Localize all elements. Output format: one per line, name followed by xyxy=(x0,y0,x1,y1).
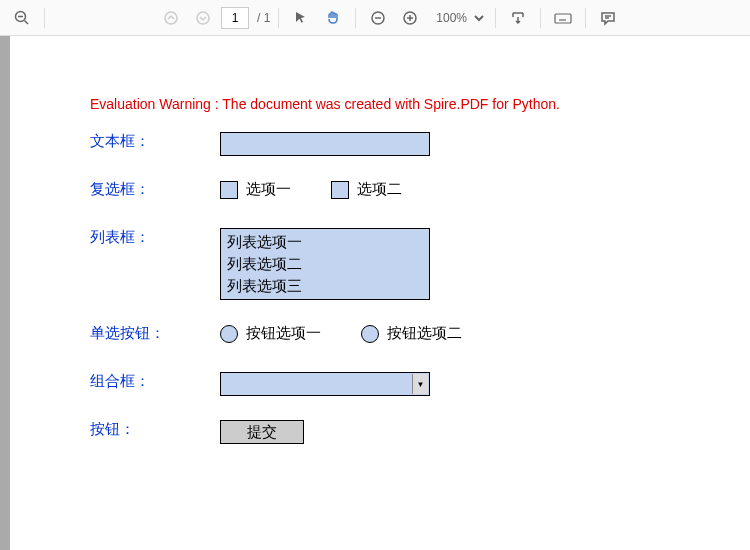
pdf-toolbar: / 1 100% xyxy=(0,0,750,36)
separator xyxy=(355,8,356,28)
separator xyxy=(44,8,45,28)
page-edge xyxy=(0,36,10,550)
checkbox-2-label: 选项二 xyxy=(357,180,402,199)
combobox-field[interactable]: ▼ xyxy=(220,372,430,396)
pointer-tool-icon[interactable] xyxy=(287,4,315,32)
separator xyxy=(585,8,586,28)
combobox-label: 组合框： xyxy=(90,372,220,391)
page-number-input[interactable] xyxy=(221,7,249,29)
scroll-down-icon xyxy=(189,4,217,32)
radio-label: 单选按钮： xyxy=(90,324,220,343)
chevron-down-icon[interactable]: ▼ xyxy=(412,374,428,394)
radio-1[interactable] xyxy=(220,325,238,343)
list-item[interactable]: 列表选项一 xyxy=(227,231,423,253)
separator xyxy=(495,8,496,28)
comment-icon[interactable] xyxy=(594,4,622,32)
zoom-minus-icon[interactable] xyxy=(364,4,392,32)
svg-line-1 xyxy=(25,20,29,24)
separator xyxy=(540,8,541,28)
svg-point-4 xyxy=(197,12,209,24)
zoom-plus-icon[interactable] xyxy=(396,4,424,32)
textbox-field[interactable] xyxy=(220,132,430,156)
listbox-field[interactable]: 列表选项一 列表选项二 列表选项三 xyxy=(220,228,430,300)
radio-1-label: 按钮选项一 xyxy=(246,324,321,343)
checkbox-1[interactable] xyxy=(220,181,238,199)
radio-2[interactable] xyxy=(361,325,379,343)
fit-width-icon[interactable] xyxy=(504,4,532,32)
listbox-label: 列表框： xyxy=(90,228,220,247)
hand-tool-icon[interactable] xyxy=(319,4,347,32)
svg-rect-10 xyxy=(555,14,571,23)
list-item[interactable]: 列表选项三 xyxy=(227,275,423,297)
separator xyxy=(278,8,279,28)
page-total: / 1 xyxy=(257,11,270,25)
zoom-out-icon[interactable] xyxy=(8,4,36,32)
zoom-select[interactable]: 100% xyxy=(428,8,487,28)
textbox-label: 文本框： xyxy=(90,132,220,151)
pdf-viewer: Evaluation Warning : The document was cr… xyxy=(0,36,750,550)
pdf-page: Evaluation Warning : The document was cr… xyxy=(10,36,750,550)
checkbox-2[interactable] xyxy=(331,181,349,199)
radio-2-label: 按钮选项二 xyxy=(387,324,462,343)
svg-point-3 xyxy=(165,12,177,24)
evaluation-warning: Evaluation Warning : The document was cr… xyxy=(90,96,670,112)
keyboard-icon[interactable] xyxy=(549,4,577,32)
submit-button[interactable]: 提交 xyxy=(220,420,304,444)
scroll-up-icon xyxy=(157,4,185,32)
button-label: 按钮： xyxy=(90,420,220,439)
checkbox-1-label: 选项一 xyxy=(246,180,291,199)
list-item[interactable]: 列表选项二 xyxy=(227,253,423,275)
checkbox-label: 复选框： xyxy=(90,180,220,199)
